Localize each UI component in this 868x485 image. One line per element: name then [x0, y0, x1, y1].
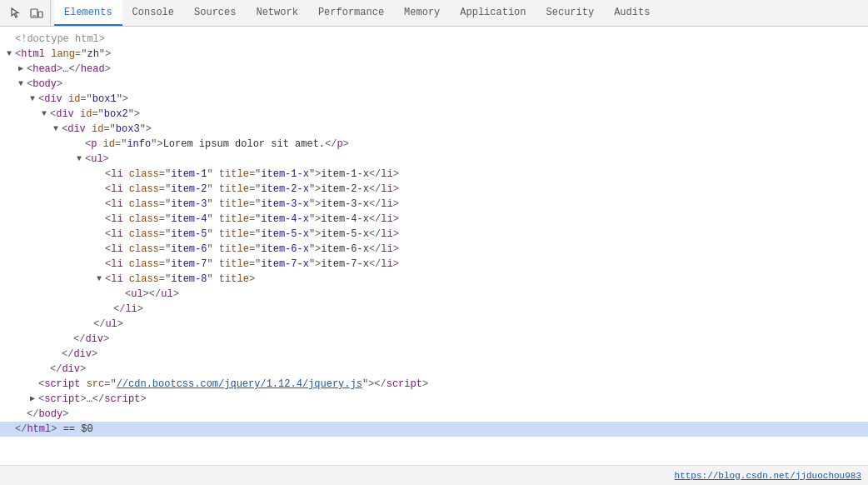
devtools-toolbar: Elements Console Sources Network Perform… — [0, 0, 868, 27]
tree-row[interactable]: <li class="item-6" title="item-6-x">item… — [0, 242, 868, 257]
tree-row[interactable]: </div> — [0, 347, 868, 362]
inspect-icon[interactable] — [8, 5, 25, 22]
tab-sources[interactable]: Sources — [184, 0, 246, 26]
tree-row[interactable]: <li class="item-5" title="item-5-x">item… — [0, 227, 868, 242]
tree-row[interactable]: </body> — [0, 407, 868, 422]
elements-panel: <!doctype html> ▼ <html lang="zh"> ▶ <he… — [0, 27, 868, 465]
toolbar-icons — [3, 0, 51, 26]
tab-console[interactable]: Console — [122, 0, 184, 26]
tree-row[interactable]: <li class="item-3" title="item-3-x">item… — [0, 197, 868, 212]
tab-performance[interactable]: Performance — [308, 0, 394, 26]
device-toggle-icon[interactable] — [28, 5, 45, 22]
toggle-icon[interactable]: ▶ — [30, 392, 38, 407]
tree-row[interactable]: ▶ <head>…</head> — [0, 62, 868, 77]
tree-row[interactable]: </div> — [0, 332, 868, 347]
tab-network[interactable]: Network — [246, 0, 307, 26]
tab-elements[interactable]: Elements — [54, 0, 122, 26]
tree-row[interactable]: ▼ <div id="box1"> — [0, 92, 868, 107]
toggle-icon[interactable]: ▼ — [18, 77, 27, 92]
tab-security[interactable]: Security — [536, 0, 605, 26]
tree-row[interactable]: <li class="item-2" title="item-2-x">item… — [0, 182, 868, 197]
toggle-icon[interactable]: ▼ — [42, 107, 50, 122]
tree-row[interactable]: ▼ <div id="box2"> — [0, 107, 868, 122]
tree-row[interactable]: </li> — [0, 302, 868, 317]
tree-row[interactable]: <!doctype html> — [0, 32, 868, 47]
tree-row[interactable]: ▼ <li class="item-8" title> — [0, 272, 868, 287]
tree-row[interactable]: <li class="item-4" title="item-4-x">item… — [0, 212, 868, 227]
tab-memory[interactable]: Memory — [394, 0, 450, 26]
toggle-icon[interactable]: ▼ — [30, 92, 38, 107]
tab-audits[interactable]: Audits — [604, 0, 660, 26]
toggle-icon[interactable]: ▶ — [18, 62, 27, 77]
statusbar-right: https://blog.csdn.net/jjduochou983 — [675, 471, 861, 481]
tree-row[interactable]: <p id="info">Lorem ipsum dolor sit amet.… — [0, 137, 868, 152]
tree-row[interactable]: <li class="item-7" title="item-7-x">item… — [0, 257, 868, 272]
tree-row[interactable]: </ul> — [0, 317, 868, 332]
tree-row[interactable]: </div> — [0, 362, 868, 377]
tree-row-selected[interactable]: </html> == $0 — [0, 422, 868, 437]
statusbar: https://blog.csdn.net/jjduochou983 — [0, 465, 868, 485]
tree-row[interactable]: ▼ <div id="box3"> — [0, 122, 868, 137]
tree-row[interactable]: ▶ <script>…</script> — [0, 392, 868, 407]
toggle-icon[interactable]: ▼ — [77, 152, 85, 167]
tree-row[interactable]: ▼ <ul> — [0, 152, 868, 167]
tree-row[interactable]: ▼ <html lang="zh"> — [0, 47, 868, 62]
tab-application[interactable]: Application — [450, 0, 536, 26]
tree-row[interactable]: <script src="//cdn.bootcss.com/jquery/1.… — [0, 377, 868, 392]
svg-rect-1 — [38, 12, 42, 18]
tabs-bar: Elements Console Sources Network Perform… — [51, 0, 660, 26]
tree-row[interactable]: <li class="item-1" title="item-1-x">item… — [0, 167, 868, 182]
toggle-icon[interactable]: ▼ — [97, 272, 105, 287]
tree-row[interactable]: ▼ <body> — [0, 77, 868, 92]
tree-row[interactable]: <ul></ul> — [0, 287, 868, 302]
toggle-icon[interactable]: ▼ — [53, 122, 62, 137]
toggle-icon[interactable]: ▼ — [7, 47, 15, 62]
